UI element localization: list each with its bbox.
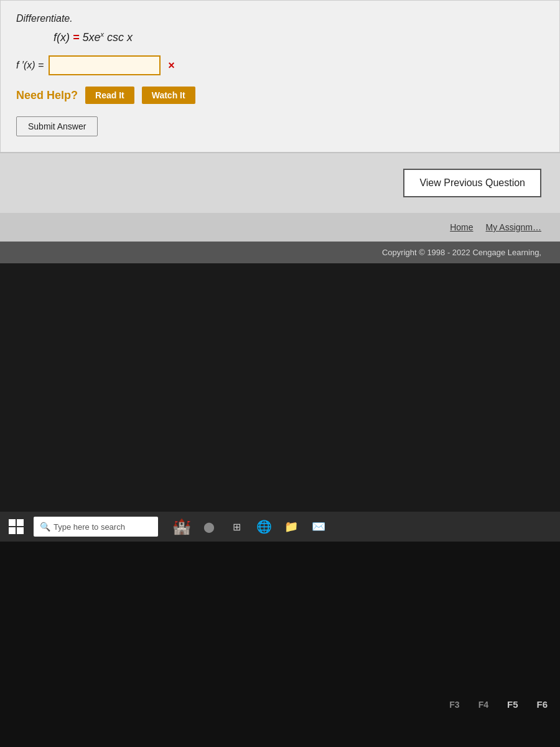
function-lhs: f(x): [54, 31, 70, 44]
my-assignments-link[interactable]: My Assignm…: [486, 222, 541, 232]
function-formula: f(x) = 5xex csc x: [54, 31, 544, 44]
f6-key: F6: [536, 699, 548, 710]
view-previous-button[interactable]: View Previous Question: [403, 169, 541, 197]
file-icon[interactable]: 📁: [280, 515, 302, 538]
submit-answer-button[interactable]: Submit Answer: [16, 116, 98, 136]
need-help-row: Need Help? Read It Watch It: [16, 87, 544, 104]
search-placeholder-text: Type here to search: [54, 522, 125, 532]
exponent: x: [101, 31, 105, 38]
copyright-bar: Copyright © 1998 - 2022 Cengage Learning…: [0, 242, 560, 263]
equals-symbol: =: [73, 31, 80, 44]
need-help-label: Need Help?: [16, 89, 78, 102]
submit-section: Submit Answer: [16, 116, 544, 136]
taskbar-icons: 🏰 ⬤ ⊞ 🌐 📁 ✉️: [170, 515, 330, 538]
function-rhs: 5xex csc x: [83, 31, 133, 44]
answer-input[interactable]: [49, 55, 161, 75]
home-link[interactable]: Home: [450, 222, 473, 232]
mail-icon[interactable]: ✉️: [307, 515, 330, 538]
windows-icon: [9, 519, 24, 534]
circle-icon[interactable]: ⬤: [198, 515, 220, 538]
copyright-text: Copyright © 1998 - 2022 Cengage Learning…: [382, 248, 541, 257]
f3-key: F3: [449, 700, 459, 710]
taskbar-search-bar[interactable]: 🔍 Type here to search: [34, 517, 158, 537]
derivative-label: f ′(x) =: [16, 60, 44, 71]
taskbar: 🔍 Type here to search 🏰 ⬤ ⊞ 🌐 📁 ✉️: [0, 512, 560, 542]
grid-icon[interactable]: ⊞: [225, 515, 248, 538]
footer-nav: Home My Assignm…: [0, 213, 560, 242]
edge-icon[interactable]: 🌐: [253, 515, 275, 538]
question-card: Differentiate. f(x) = 5xex csc x f ′(x) …: [0, 0, 560, 153]
search-icon: 🔍: [40, 522, 50, 532]
read-it-button[interactable]: Read It: [85, 87, 134, 104]
clear-icon[interactable]: ×: [168, 59, 175, 72]
f5-key: F5: [507, 699, 518, 710]
navigation-section: View Previous Question: [0, 153, 560, 213]
castle-app-icon[interactable]: 🏰: [170, 515, 193, 538]
function-keys-area: F3 F4 F5 F6: [0, 542, 560, 747]
derivative-input-row: f ′(x) = ×: [16, 55, 544, 75]
f4-key: F4: [478, 700, 488, 710]
watch-it-button[interactable]: Watch It: [142, 87, 195, 104]
start-button[interactable]: [5, 515, 27, 538]
instruction-text: Differentiate.: [16, 13, 544, 24]
